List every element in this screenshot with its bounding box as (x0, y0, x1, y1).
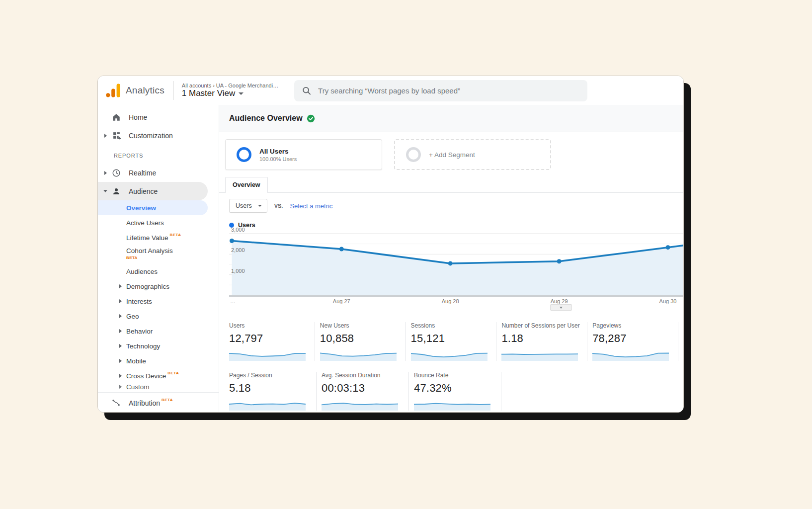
metric-summary-cards: Users 12,797 New Users 10,858 Sessions 1… (229, 322, 683, 411)
search-bar[interactable] (294, 80, 587, 101)
sidebar-item-overview[interactable]: Overview (98, 200, 208, 215)
sidebar-item-label: Technology (126, 342, 160, 350)
sidebar-divider (98, 392, 219, 393)
customization-icon (111, 131, 122, 140)
chart-expander-button[interactable] (550, 304, 572, 311)
segment-ring-icon (237, 147, 251, 162)
expand-icon (119, 359, 122, 363)
sidebar-item-label: Overview (126, 204, 156, 212)
beta-badge: BETA (167, 371, 179, 375)
sidebar-item-mobile[interactable]: Mobile (98, 353, 219, 368)
expand-icon (119, 374, 122, 378)
sidebar-item-label: Lifetime Value (126, 234, 168, 242)
metric-value: 12,797 (229, 332, 310, 345)
sidebar-item-lifetime-value[interactable]: Lifetime Value BETA (98, 230, 219, 245)
metric-select-value: Users (236, 202, 252, 209)
segment-ring-icon (406, 147, 421, 162)
metric-card-sessions-per-user[interactable]: Number of Sessions per User 1.18 (501, 322, 587, 361)
sidebar-item-geo[interactable]: Geo (98, 309, 219, 324)
sidebar-item-label: Audiences (126, 268, 158, 275)
metric-label: New Users (320, 322, 401, 329)
sidebar-item-home[interactable]: Home (98, 108, 219, 126)
segment-detail: 100.00% Users (259, 156, 297, 162)
view-selector[interactable]: 1 Master View (182, 88, 278, 98)
metric-value: 10,858 (320, 332, 401, 345)
account-switcher[interactable]: All accounts › UA - Google Merchandi… 1 … (182, 83, 278, 98)
breadcrumb-all-accounts[interactable]: All accounts (182, 83, 211, 88)
sidebar-item-realtime[interactable]: Realtime (98, 164, 219, 182)
sidebar-item-label: Behavior (126, 328, 153, 335)
chevron-down-icon (258, 205, 262, 207)
sidebar-item-technology[interactable]: Technology (98, 339, 219, 353)
metric-value: 78,287 (592, 332, 673, 345)
metric-label: Users (229, 322, 310, 329)
x-tick-label: Aug 28 (442, 298, 459, 304)
sparkline-chart (414, 398, 490, 411)
app-header: Analytics All accounts › UA - Google Mer… (98, 76, 683, 105)
search-input[interactable] (318, 86, 579, 95)
sidebar-item-label: Cohort Analysis (126, 247, 173, 254)
sidebar: Home Customization REPORTS (98, 105, 219, 412)
tab-overview[interactable]: Overview (225, 177, 268, 193)
sparkline-chart (501, 348, 578, 361)
sidebar-item-behavior[interactable]: Behavior (98, 324, 219, 339)
x-axis-labels: …Aug 27Aug 28Aug 29Aug 30 (229, 297, 684, 305)
metric-card-avg-session-duration[interactable]: Avg. Session Duration 00:03:13 (322, 372, 409, 411)
sparkline-chart (229, 398, 306, 411)
y-tick-label: 3,000 (231, 227, 245, 233)
metric-value: 5.18 (229, 382, 311, 395)
sidebar-item-label: Home (129, 113, 147, 121)
google-analytics-logo (106, 84, 121, 97)
segment-all-users[interactable]: All Users 100.00% Users (225, 139, 382, 170)
metric-card-pages-per-session[interactable]: Pages / Session 5.18 (229, 372, 317, 411)
breadcrumb[interactable]: All accounts › UA - Google Merchandi… (182, 83, 278, 88)
sidebar-item-label: Realtime (129, 169, 156, 177)
attribution-icon (111, 399, 122, 408)
expand-icon (104, 171, 107, 175)
metric-select-dropdown[interactable]: Users (229, 199, 267, 213)
clock-icon (111, 169, 122, 177)
metric-card-pageviews[interactable]: Pageviews 78,287 (592, 322, 678, 361)
expand-icon (104, 134, 107, 138)
sidebar-item-label: Cross Device (126, 372, 166, 380)
breadcrumb-account[interactable]: UA - Google Merchandi… (216, 83, 278, 88)
page-title: Audience Overview (229, 114, 303, 123)
metric-label: Pageviews (592, 322, 673, 329)
sidebar-item-audiences[interactable]: Audiences (98, 264, 219, 279)
metric-card-new-users[interactable]: New Users 10,858 (320, 322, 406, 361)
metric-label: Avg. Session Duration (322, 372, 404, 379)
sparkline-chart (320, 348, 397, 361)
sidebar-item-attribution[interactable]: Attribution BETA (98, 394, 219, 412)
x-tick-label: … (230, 298, 236, 304)
metric-card-bounce-rate[interactable]: Bounce Rate 47.32% (414, 372, 501, 411)
beta-badge: BETA (126, 255, 138, 260)
sidebar-item-customization[interactable]: Customization (98, 126, 219, 145)
y-tick-label: 2,000 (231, 247, 245, 253)
sidebar-item-interests[interactable]: Interests (98, 294, 219, 309)
sidebar-item-audience[interactable]: Audience (98, 182, 208, 200)
expand-icon (119, 329, 122, 333)
sidebar-item-label: Customization (129, 132, 173, 140)
sidebar-item-cross-device[interactable]: Cross Device BETA (98, 368, 219, 383)
sidebar-section-reports: REPORTS (98, 145, 219, 164)
x-tick-label: Aug 30 (659, 298, 677, 304)
sidebar-item-label: Mobile (126, 357, 146, 365)
sidebar-item-active-users[interactable]: Active Users (98, 215, 219, 230)
add-segment-label: + Add Segment (429, 151, 475, 159)
search-icon (302, 86, 311, 95)
metric-card-sessions[interactable]: Sessions 15,121 (411, 322, 497, 361)
users-line-chart: 1,0002,0003,000 …Aug 27Aug 28Aug 29Aug 3… (229, 231, 684, 305)
add-segment-button[interactable]: + Add Segment (394, 139, 551, 170)
sidebar-item-custom[interactable]: Custom (98, 383, 219, 390)
sidebar-item-cohort-analysis[interactable]: Cohort Analysis BETA (98, 245, 219, 264)
sidebar-item-demographics[interactable]: Demographics (98, 279, 219, 294)
analytics-window: Analytics All accounts › UA - Google Mer… (97, 76, 684, 413)
sidebar-item-label: Audience (129, 187, 158, 195)
metric-card-users[interactable]: Users 12,797 (229, 322, 315, 361)
sparkline-chart (592, 348, 669, 361)
main-content: Audience Overview All Users 100.00% User… (219, 105, 683, 412)
x-tick-label: Aug 27 (333, 298, 350, 304)
metric-value: 47.32% (414, 382, 496, 395)
select-a-metric-link[interactable]: Select a metric (290, 202, 332, 210)
expand-icon (119, 284, 122, 288)
